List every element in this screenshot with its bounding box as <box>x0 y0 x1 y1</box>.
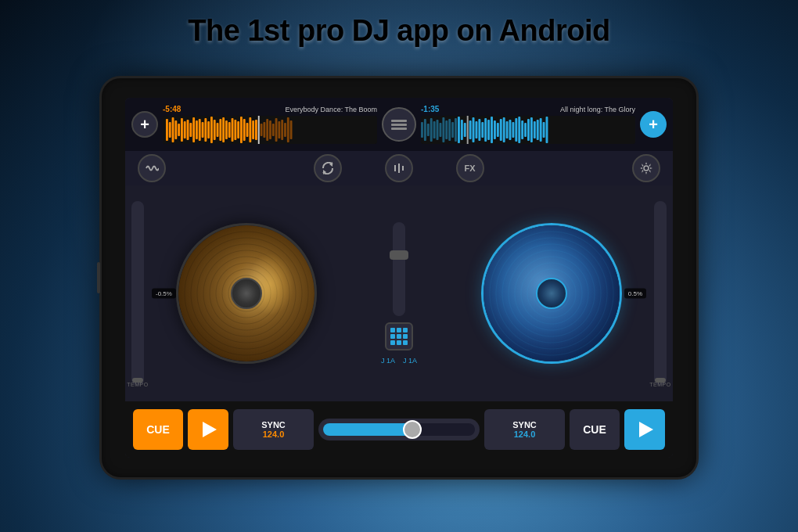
add-track-left-button[interactable]: + <box>131 111 158 138</box>
center-label-right: J 1A <box>403 357 417 365</box>
grid-dot-6 <box>403 334 408 339</box>
svg-rect-64 <box>484 118 487 142</box>
cue-button-left[interactable]: CUE <box>133 409 183 450</box>
pitch-badge-left: -0.5% <box>152 289 176 299</box>
cue-button-right[interactable]: CUE <box>570 409 620 450</box>
svg-rect-26 <box>243 119 246 141</box>
title-area: The 1st pro DJ app on Android <box>0 14 798 48</box>
sync-label-left: SYNC <box>261 420 286 430</box>
svg-rect-13 <box>204 118 207 142</box>
grid-dot-8 <box>397 340 401 345</box>
sync-bpm-right: 124.0 <box>514 430 536 439</box>
sync-button-right[interactable]: SYNC 124.0 <box>484 409 565 450</box>
svg-rect-36 <box>272 124 275 136</box>
sync-toggle-button[interactable] <box>314 154 342 182</box>
svg-rect-1 <box>169 122 171 138</box>
svg-rect-47 <box>433 121 436 138</box>
svg-rect-46 <box>430 118 433 142</box>
center-vinyl-button[interactable] <box>382 107 416 142</box>
svg-rect-79 <box>530 117 533 142</box>
track-right-name: All night long: The Glory <box>560 106 635 113</box>
tablet-device: + -5:48 Everybody Dance: The Boom <box>102 78 696 477</box>
svg-rect-7 <box>187 120 189 140</box>
fx-label: FX <box>465 164 476 173</box>
svg-rect-19 <box>222 117 225 142</box>
svg-rect-37 <box>275 118 278 142</box>
svg-rect-2 <box>172 117 174 142</box>
svg-rect-31 <box>258 116 260 144</box>
crossfader-thumb[interactable] <box>403 420 422 439</box>
tablet-side-button <box>97 262 100 293</box>
svg-rect-17 <box>217 123 219 137</box>
fx-button[interactable]: FX <box>456 154 484 182</box>
svg-rect-88 <box>398 164 400 173</box>
svg-rect-0 <box>166 119 168 141</box>
grid-dot-3 <box>403 328 408 332</box>
svg-rect-44 <box>424 119 426 141</box>
svg-rect-58 <box>464 123 466 137</box>
waveform-bars-blue <box>421 116 635 144</box>
grid-dot-5 <box>397 334 401 339</box>
svg-rect-11 <box>199 119 201 141</box>
svg-rect-40 <box>284 123 286 137</box>
track-right-info: -1:35 All night long: The Glory <box>421 105 635 113</box>
svg-rect-66 <box>491 117 493 143</box>
tempo-slider-right[interactable]: TEMPO <box>654 201 667 386</box>
crossfader-horizontal[interactable] <box>318 419 480 440</box>
settings-button[interactable] <box>632 154 660 182</box>
svg-rect-16 <box>214 120 216 140</box>
svg-rect-75 <box>518 117 520 143</box>
sync-label-right: SYNC <box>512 420 537 430</box>
vinyl-disc-left[interactable] <box>176 223 317 364</box>
svg-rect-20 <box>225 120 228 139</box>
svg-rect-8 <box>189 123 192 137</box>
svg-rect-53 <box>451 122 454 138</box>
sync-button-left[interactable]: SYNC 124.0 <box>233 409 314 450</box>
center-labels: J 1A J 1A <box>381 357 417 365</box>
tempo-slider-left[interactable]: TEMPO <box>131 201 144 386</box>
svg-rect-65 <box>487 120 490 140</box>
svg-rect-28 <box>249 117 251 142</box>
svg-rect-43 <box>421 122 423 138</box>
svg-rect-82 <box>540 118 542 142</box>
dj-interface: + -5:48 Everybody Dance: The Boom <box>125 98 673 458</box>
play-button-left[interactable] <box>188 409 228 450</box>
crossfader-vertical[interactable] <box>393 222 405 316</box>
vinyl-line-2 <box>391 124 407 126</box>
tempo-label-right: TEMPO <box>649 382 670 387</box>
svg-rect-67 <box>494 120 496 139</box>
svg-rect-38 <box>278 121 280 138</box>
svg-rect-77 <box>524 123 527 137</box>
waveform-right <box>421 116 635 144</box>
svg-rect-50 <box>442 117 444 142</box>
svg-rect-14 <box>207 121 210 138</box>
svg-rect-52 <box>448 119 451 141</box>
plus-icon-right: + <box>649 116 658 134</box>
track-left-name: Everybody Dance: The Boom <box>286 106 377 113</box>
svg-point-90 <box>644 166 649 171</box>
center-label-left: J 1A <box>381 357 395 365</box>
waveform-toggle-button[interactable] <box>138 154 166 182</box>
tablet-screen: + -5:48 Everybody Dance: The Boom <box>125 98 673 458</box>
svg-rect-69 <box>500 119 502 141</box>
svg-rect-54 <box>455 118 457 142</box>
svg-rect-62 <box>478 119 480 141</box>
svg-rect-5 <box>181 118 183 142</box>
plus-icon-left: + <box>140 116 149 134</box>
svg-rect-23 <box>234 120 236 140</box>
deck-left: TEMPO -0.5% <box>125 185 368 401</box>
add-track-right-button[interactable]: + <box>640 111 667 138</box>
svg-rect-4 <box>178 124 180 136</box>
svg-rect-51 <box>445 120 448 139</box>
track-left-panel: -5:48 Everybody Dance: The Boom <box>163 105 377 144</box>
play-button-right[interactable] <box>624 409 665 450</box>
vinyl-disc-right[interactable] <box>481 223 622 364</box>
tempo-label-left: TEMPO <box>127 382 148 387</box>
svg-rect-27 <box>246 123 249 137</box>
grid-dot-1 <box>390 328 395 332</box>
waveform-bars-orange <box>163 116 377 144</box>
pad-grid-button[interactable] <box>385 322 413 350</box>
svg-rect-70 <box>503 117 505 142</box>
svg-rect-18 <box>219 119 221 141</box>
eq-button[interactable] <box>385 154 413 182</box>
